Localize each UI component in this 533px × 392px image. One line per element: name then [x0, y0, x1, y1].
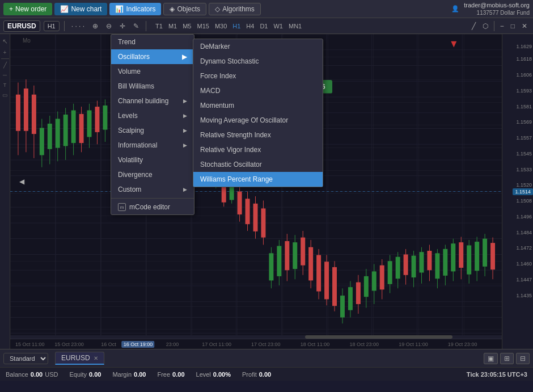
mcode-icon: m — [118, 203, 126, 211]
menu-item-macd[interactable]: MACD — [193, 83, 323, 98]
menu-item-volatility[interactable]: Volatility — [111, 153, 194, 167]
menu-item-custom[interactable]: Custom — [111, 182, 194, 197]
menu-item-trend[interactable]: Trend — [111, 35, 194, 49]
menu-item-moving-avg-osc[interactable]: Moving Average Of Oscillator — [193, 113, 323, 128]
menu-item-oscillators[interactable]: Oscillators ▶ — [111, 49, 194, 64]
menu-item-mcode[interactable]: m mCode editor — [111, 200, 194, 214]
menu-level2: DeMarker Dynamo Stochastic Force Index M… — [193, 39, 323, 187]
menu-item-force-index[interactable]: Force Index — [193, 69, 323, 83]
menu-item-rvi[interactable]: Relative Vigor Index — [193, 142, 323, 157]
menu-item-scalping[interactable]: Scalping — [111, 123, 194, 138]
menu-item-demarker[interactable]: DeMarker — [193, 39, 323, 54]
menu-item-dynamo-stochastic[interactable]: Dynamo Stochastic — [193, 54, 323, 69]
arrow-right-icon: ▶ — [182, 53, 187, 61]
menu-item-informational[interactable]: Informational — [111, 138, 194, 153]
menu-item-williams-percent[interactable]: Williams Percent Range — [193, 172, 323, 187]
menu-item-channel-building[interactable]: Channel building — [111, 94, 194, 108]
menu-item-momentum[interactable]: Momentum — [193, 98, 323, 113]
menu-separator — [111, 198, 194, 199]
menu-level1: Trend Oscillators ▶ Volume Bill Williams… — [111, 34, 194, 215]
menu-item-divergence[interactable]: Divergence — [111, 167, 194, 182]
dropdown-overlay: Trend Oscillators ▶ Volume Bill Williams… — [0, 0, 533, 392]
menu-item-stochastic-osc[interactable]: Stochastic Oscillator — [193, 157, 323, 172]
menu-item-bill-williams[interactable]: Bill Williams — [111, 79, 194, 94]
menu-item-volume[interactable]: Volume — [111, 64, 194, 79]
menu-item-levels[interactable]: Levels — [111, 108, 194, 123]
menu-item-rsi[interactable]: Relative Strength Index — [193, 128, 323, 142]
